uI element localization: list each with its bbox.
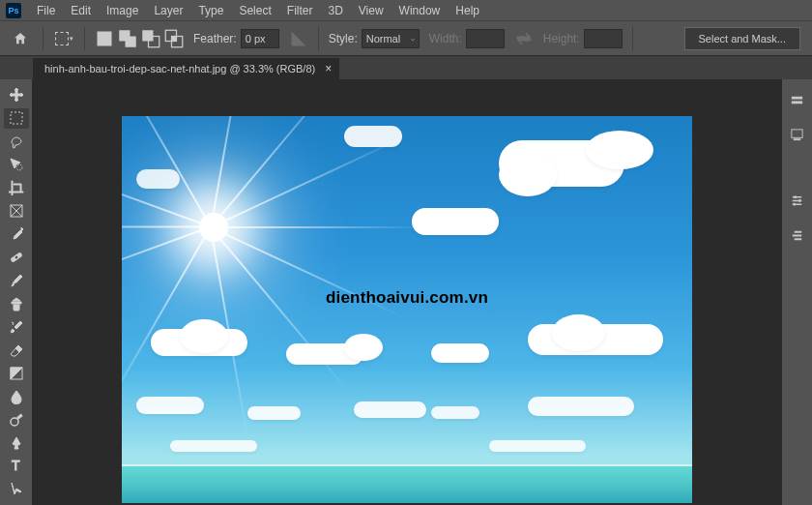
menu-image[interactable]: Image xyxy=(99,2,146,19)
frame-tool[interactable] xyxy=(4,201,29,222)
right-panel-strip xyxy=(781,79,812,505)
width-input xyxy=(466,29,505,48)
svg-rect-0 xyxy=(98,31,112,45)
document-canvas[interactable]: dienthoaivui.com.vn xyxy=(122,116,692,503)
feather-input[interactable] xyxy=(241,29,279,48)
new-selection-icon[interactable] xyxy=(95,29,114,48)
healing-brush-tool[interactable] xyxy=(4,248,29,268)
divider xyxy=(318,27,319,50)
svg-rect-2 xyxy=(126,36,136,46)
marquee-tool[interactable] xyxy=(4,108,29,129)
style-label: Style: xyxy=(329,32,358,45)
eyedropper-tool[interactable] xyxy=(4,224,29,245)
menu-type[interactable]: Type xyxy=(190,2,231,19)
swatches-panel-icon[interactable] xyxy=(787,124,808,145)
subtract-selection-icon[interactable] xyxy=(141,29,160,48)
svg-point-10 xyxy=(16,164,22,170)
intersect-selection-icon[interactable] xyxy=(164,29,184,48)
height-input xyxy=(584,29,623,48)
home-button[interactable] xyxy=(8,26,33,51)
menu-file[interactable]: File xyxy=(29,2,63,19)
svg-rect-9 xyxy=(11,112,22,124)
svg-rect-7 xyxy=(172,36,177,41)
height-label: Height: xyxy=(543,32,580,45)
move-tool[interactable] xyxy=(4,85,29,105)
svg-point-23 xyxy=(794,195,797,198)
anti-alias-icon[interactable] xyxy=(289,29,308,48)
dodge-tool[interactable] xyxy=(4,409,29,430)
canvas-area: dienthoaivui.com.vn xyxy=(33,79,781,505)
pen-tool[interactable] xyxy=(4,432,29,453)
color-panel-icon[interactable] xyxy=(787,89,808,110)
divider xyxy=(632,27,633,50)
menu-view[interactable]: View xyxy=(351,2,392,19)
svg-point-16 xyxy=(11,418,18,426)
blur-tool[interactable] xyxy=(4,386,29,406)
quick-selection-tool[interactable] xyxy=(4,155,29,175)
menu-edit[interactable]: Edit xyxy=(63,2,99,19)
svg-rect-20 xyxy=(792,101,802,104)
lasso-tool[interactable] xyxy=(4,132,29,152)
current-tool-indicator[interactable]: ▾ xyxy=(53,28,74,49)
svg-rect-22 xyxy=(794,138,801,140)
type-tool[interactable]: T xyxy=(4,456,29,476)
eraser-tool[interactable] xyxy=(4,340,29,360)
width-label: Width: xyxy=(429,32,462,45)
close-icon[interactable]: × xyxy=(325,62,332,75)
ps-logo: Ps xyxy=(6,3,21,18)
divider xyxy=(43,27,44,50)
tools-panel: T xyxy=(0,79,33,505)
style-select[interactable]: Normal⌵ xyxy=(362,29,420,48)
selection-mode-group xyxy=(95,29,184,48)
adjustments-panel-icon[interactable] xyxy=(787,190,808,211)
select-and-mask-button[interactable]: Select and Mask... xyxy=(684,27,801,50)
menu-layer[interactable]: Layer xyxy=(146,2,190,19)
menu-filter[interactable]: Filter xyxy=(279,2,321,19)
menu-help[interactable]: Help xyxy=(448,2,487,19)
menubar: Ps File Edit Image Layer Type Select Fil… xyxy=(0,0,812,21)
history-brush-tool[interactable] xyxy=(4,316,29,337)
swap-dimensions-icon xyxy=(514,29,534,48)
menu-select[interactable]: Select xyxy=(231,2,278,19)
document-tabbar: hinh-anh-bau-troi-dep-sac-net-nhat.jpg @… xyxy=(0,56,812,79)
add-selection-icon[interactable] xyxy=(118,29,137,48)
options-bar: ▾ Feather: Style: Normal⌵ Width: Height:… xyxy=(0,21,812,56)
menu-3d[interactable]: 3D xyxy=(320,2,350,19)
brush-tool[interactable] xyxy=(4,271,29,291)
document-tab[interactable]: hinh-anh-bau-troi-dep-sac-net-nhat.jpg @… xyxy=(33,58,339,79)
svg-point-25 xyxy=(793,202,796,205)
clone-stamp-tool[interactable] xyxy=(4,293,29,313)
layers-panel-icon[interactable] xyxy=(787,224,808,246)
menu-window[interactable]: Window xyxy=(392,2,449,19)
crop-tool[interactable] xyxy=(4,178,29,198)
gradient-tool[interactable] xyxy=(4,363,29,383)
document-tab-title: hinh-anh-bau-troi-dep-sac-net-nhat.jpg @… xyxy=(44,63,315,74)
svg-rect-21 xyxy=(792,129,802,136)
svg-rect-19 xyxy=(792,96,802,99)
svg-point-24 xyxy=(798,199,801,202)
svg-rect-17 xyxy=(16,414,21,419)
divider xyxy=(84,27,85,50)
svg-text:T: T xyxy=(12,458,20,473)
feather-label: Feather: xyxy=(193,32,237,45)
watermark-text: dienthoaivui.com.vn xyxy=(326,288,488,308)
svg-marker-8 xyxy=(291,31,305,45)
path-selection-tool[interactable] xyxy=(4,479,29,499)
